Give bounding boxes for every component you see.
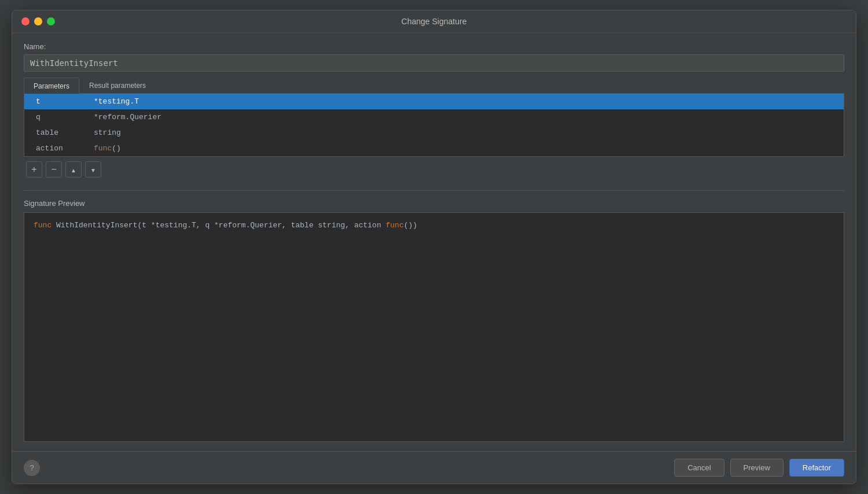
change-signature-dialog: Change Signature Name: Parameters Result…	[12, 10, 856, 484]
param-type: string	[82, 125, 844, 141]
maximize-button[interactable]	[47, 17, 55, 25]
dialog-body: Name: Parameters Result parameters t *te…	[12, 33, 856, 451]
separator	[24, 190, 844, 191]
preview-action-func-keyword: func	[386, 221, 404, 230]
table-row[interactable]: table string	[24, 125, 844, 141]
dialog-footer: ? Cancel Preview Refactor	[12, 451, 856, 484]
signature-preview-section: Signature Preview func WithIdentityInser…	[24, 199, 844, 442]
table-row[interactable]: t *testing.T	[24, 94, 844, 109]
param-type: *reform.Querier	[82, 109, 844, 125]
param-type: *testing.T	[82, 94, 844, 109]
footer-buttons: Cancel Preview Refactor	[674, 459, 844, 477]
preview-signature-text: WithIdentityInsert(t *testing.T, q *refo…	[52, 221, 385, 230]
table-row[interactable]: action func()	[24, 141, 844, 156]
minimize-button[interactable]	[34, 17, 42, 25]
remove-param-button[interactable]: −	[46, 161, 62, 178]
tabs-section: Parameters Result parameters t *testing.…	[24, 78, 844, 182]
add-param-button[interactable]: +	[26, 161, 42, 178]
signature-preview-label: Signature Preview	[24, 199, 844, 208]
signature-preview-box: func WithIdentityInsert(t *testing.T, q …	[24, 212, 844, 442]
params-table-container: t *testing.T q *reform.Querier table str…	[24, 94, 844, 157]
parameters-table: t *testing.T q *reform.Querier table str…	[24, 94, 844, 156]
arrow-down-icon	[90, 164, 96, 175]
param-name: table	[24, 125, 82, 141]
tab-parameters[interactable]: Parameters	[24, 78, 79, 94]
preview-func-keyword: func	[34, 221, 52, 230]
param-name: q	[24, 109, 82, 125]
tab-bar: Parameters Result parameters	[24, 78, 844, 94]
help-button[interactable]: ?	[24, 460, 40, 476]
param-name: action	[24, 141, 82, 156]
tab-result-parameters[interactable]: Result parameters	[79, 78, 156, 93]
close-button[interactable]	[21, 17, 30, 25]
param-type: func()	[82, 141, 844, 156]
move-up-button[interactable]	[65, 161, 82, 178]
name-input[interactable]	[24, 54, 844, 72]
dialog-title: Change Signature	[402, 17, 467, 26]
name-section: Name:	[24, 42, 844, 72]
title-bar: Change Signature	[12, 10, 856, 33]
param-name: t	[24, 94, 82, 109]
func-keyword: func	[94, 144, 112, 153]
cancel-button[interactable]: Cancel	[674, 459, 724, 477]
preview-closing: ())	[404, 221, 417, 230]
arrow-up-icon	[71, 164, 76, 175]
refactor-button[interactable]: Refactor	[789, 459, 844, 477]
params-toolbar: + −	[24, 157, 844, 182]
window-controls	[21, 17, 55, 25]
table-row[interactable]: q *reform.Querier	[24, 109, 844, 125]
preview-button[interactable]: Preview	[730, 459, 784, 477]
move-down-button[interactable]	[85, 161, 101, 178]
name-label: Name:	[24, 42, 844, 51]
